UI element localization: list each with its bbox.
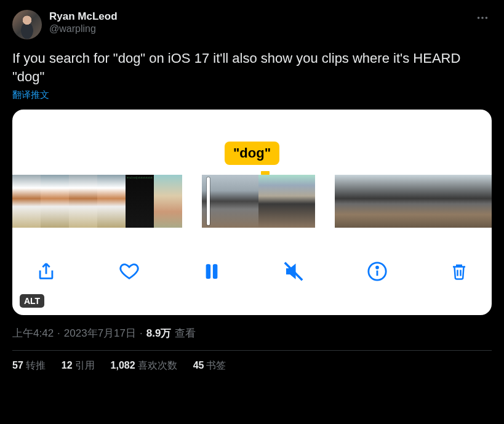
meta-separator: · xyxy=(57,327,60,340)
tweet-header: Ryan McLeod @warpling xyxy=(12,10,492,39)
video-thumbnail[interactable] xyxy=(12,175,41,228)
delete-button[interactable] xyxy=(450,261,468,282)
share-button[interactable] xyxy=(36,261,57,282)
clip-group[interactable]: let x=1; run(); ok ok ok ok ok ok xyxy=(12,175,182,228)
tweet-time[interactable]: 上午4:42 xyxy=(12,326,54,340)
pause-icon xyxy=(202,261,221,282)
views-count-number: 8.9万 xyxy=(146,326,172,340)
video-thumbnail[interactable] xyxy=(335,175,363,228)
tweet-metadata: 上午4:42 · 2023年7月17日 · 8.9万 查看 xyxy=(12,326,492,340)
svg-point-1 xyxy=(481,17,484,19)
info-button[interactable] xyxy=(367,261,388,282)
video-timeline[interactable]: let x=1; run(); ok ok ok ok ok ok xyxy=(12,175,492,228)
video-thumbnail[interactable] xyxy=(97,175,126,228)
video-thumbnail[interactable] xyxy=(448,175,476,228)
stat-label: 转推 xyxy=(26,360,46,370)
trash-icon xyxy=(450,261,468,282)
svg-rect-3 xyxy=(206,265,210,279)
like-button[interactable] xyxy=(119,261,140,282)
divider xyxy=(12,350,492,351)
video-thumbnail[interactable] xyxy=(476,175,492,228)
author-names: Ryan McLeod @warpling xyxy=(49,10,118,35)
avatar[interactable] xyxy=(12,10,42,39)
more-options-button[interactable] xyxy=(473,9,492,30)
stat-number: 1,082 xyxy=(111,360,135,370)
heart-icon xyxy=(119,261,140,282)
translate-link[interactable]: 翻译推文 xyxy=(12,89,492,101)
video-thumbnail[interactable] xyxy=(391,175,420,228)
meta-separator: · xyxy=(140,327,143,340)
video-thumbnail[interactable]: let x=1; run(); ok ok ok ok ok ok xyxy=(126,175,154,228)
clip-group-active[interactable] xyxy=(202,175,315,228)
media-attachment[interactable]: "dog" let x=1; run(); ok ok ok ok ok ok xyxy=(12,110,492,315)
quotes-stat[interactable]: 12引用 xyxy=(62,359,95,372)
svg-point-8 xyxy=(376,267,378,269)
retweets-stat[interactable]: 57转推 xyxy=(12,359,46,372)
video-thumbnail[interactable] xyxy=(230,175,258,228)
engagement-stats: 57转推 12引用 1,082喜欢次数 45书签 xyxy=(12,359,492,372)
ellipsis-icon xyxy=(476,11,489,25)
caption-tooltip: "dog" xyxy=(225,142,279,165)
author-handle[interactable]: @warpling xyxy=(49,23,118,35)
caption-tooltip-row: "dog" xyxy=(12,110,492,175)
tweet-text: If you search for "dog" on iOS 17 it'll … xyxy=(12,49,492,86)
tweet-date[interactable]: 2023年7月17日 xyxy=(64,326,136,340)
stat-number: 45 xyxy=(193,360,204,370)
likes-stat[interactable]: 1,082喜欢次数 xyxy=(111,359,177,372)
stat-label: 喜欢次数 xyxy=(138,360,177,370)
stat-label: 引用 xyxy=(75,360,95,370)
video-thumbnail[interactable] xyxy=(154,175,182,228)
video-scrubber-ui: "dog" let x=1; run(); ok ok ok ok ok ok xyxy=(12,110,492,315)
video-thumbnail[interactable] xyxy=(363,175,391,228)
video-controls xyxy=(12,228,492,315)
pause-button[interactable] xyxy=(202,261,221,282)
svg-rect-4 xyxy=(213,265,217,279)
info-icon xyxy=(367,261,388,282)
video-thumbnail[interactable] xyxy=(202,175,230,228)
display-name[interactable]: Ryan McLeod xyxy=(49,10,118,23)
svg-point-0 xyxy=(478,17,480,19)
video-thumbnail[interactable] xyxy=(41,175,69,228)
video-thumbnail[interactable] xyxy=(287,175,315,228)
svg-point-2 xyxy=(486,17,488,19)
stat-label: 书签 xyxy=(206,360,226,370)
share-icon xyxy=(36,261,57,282)
clip-group[interactable] xyxy=(335,175,492,228)
video-thumbnail[interactable] xyxy=(258,175,287,228)
video-thumbnail[interactable] xyxy=(420,175,448,228)
stat-number: 12 xyxy=(62,360,73,370)
views-count-label: 查看 xyxy=(175,326,196,340)
mute-button[interactable] xyxy=(283,261,304,282)
alt-text-badge[interactable]: ALT xyxy=(20,294,44,308)
speaker-muted-icon xyxy=(283,261,304,282)
stat-number: 57 xyxy=(12,360,23,370)
tweet-container: Ryan McLeod @warpling If you search for … xyxy=(0,0,504,372)
video-thumbnail[interactable] xyxy=(69,175,97,228)
bookmarks-stat[interactable]: 45书签 xyxy=(193,359,226,372)
